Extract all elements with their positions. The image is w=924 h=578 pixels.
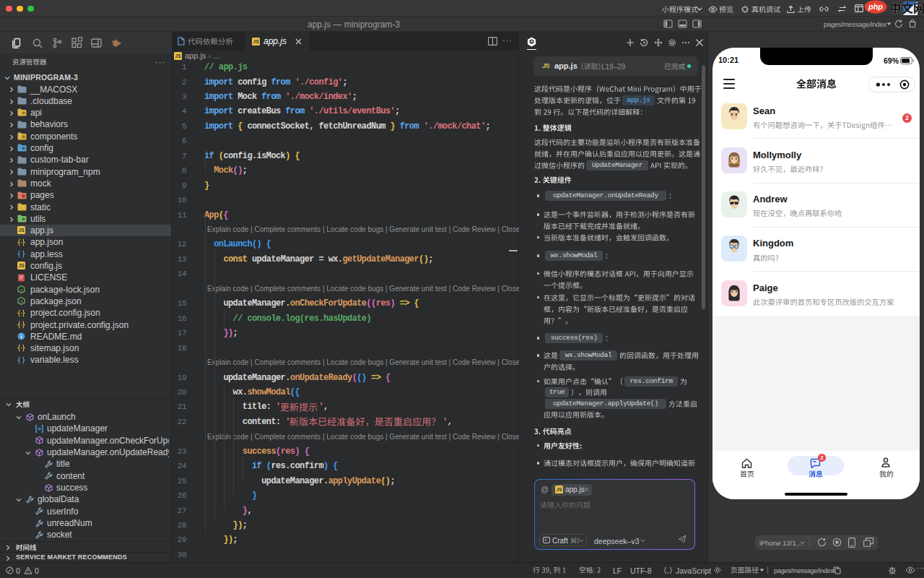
svg-text:n: n xyxy=(20,287,22,291)
svg-text:php: php xyxy=(868,2,883,11)
svg-text:JS: JS xyxy=(19,264,25,269)
svg-text:JS: JS xyxy=(19,228,25,233)
svg-text:JS: JS xyxy=(253,39,260,44)
svg-text:n: n xyxy=(20,299,22,303)
svg-text:JS: JS xyxy=(175,53,182,59)
svg-text:JS: JS xyxy=(557,487,563,492)
